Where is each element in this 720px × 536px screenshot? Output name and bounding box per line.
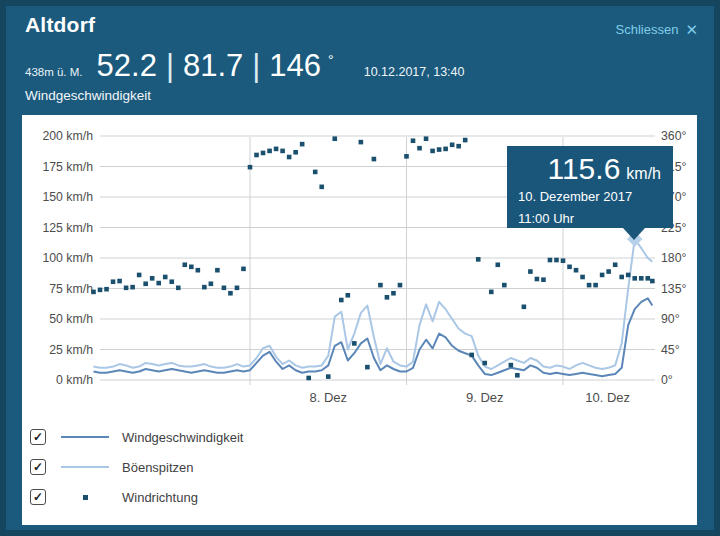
series-windrichtung-point[interactable] xyxy=(365,365,370,370)
series-windrichtung-point[interactable] xyxy=(535,277,540,282)
series-windrichtung-point[interactable] xyxy=(430,149,435,154)
series-windrichtung-point[interactable] xyxy=(502,283,507,288)
series-windrichtung-point[interactable] xyxy=(639,276,644,281)
series-windrichtung-point[interactable] xyxy=(645,276,650,281)
series-windrichtung-point[interactable] xyxy=(587,283,592,288)
series-windrichtung-point[interactable] xyxy=(91,290,96,295)
series-windrichtung-point[interactable] xyxy=(150,276,155,281)
series-windrichtung-point[interactable] xyxy=(287,155,292,160)
series-windrichtung-point[interactable] xyxy=(469,353,474,358)
series-windrichtung-point[interactable] xyxy=(632,276,637,281)
series-windrichtung-point[interactable] xyxy=(372,157,377,162)
series-windrichtung-point[interactable] xyxy=(202,285,207,290)
series-windrichtung-point[interactable] xyxy=(339,298,344,303)
checkbox-windrichtung[interactable]: ✓ xyxy=(30,489,46,505)
tooltip-pointer xyxy=(623,228,645,240)
checkbox-boeenspitzen[interactable]: ✓ xyxy=(30,459,46,475)
series-windrichtung-point[interactable] xyxy=(209,281,214,286)
checkbox-windgeschwindigkeit[interactable]: ✓ xyxy=(30,429,46,445)
series-windrichtung-point[interactable] xyxy=(176,286,181,291)
series-windrichtung-point[interactable] xyxy=(182,262,187,267)
series-windrichtung-point[interactable] xyxy=(261,151,266,156)
series-windrichtung-point[interactable] xyxy=(528,269,533,274)
series-windrichtung-point[interactable] xyxy=(117,279,122,284)
series-windrichtung-point[interactable] xyxy=(580,275,585,280)
series-windrichtung-point[interactable] xyxy=(411,138,416,143)
checkmark-icon: ✓ xyxy=(33,431,43,443)
series-windrichtung-point[interactable] xyxy=(404,154,409,159)
series-windrichtung-point[interactable] xyxy=(522,305,527,310)
series-windrichtung-point[interactable] xyxy=(626,273,631,278)
series-windrichtung-point[interactable] xyxy=(456,144,461,149)
series-windrichtung-point[interactable] xyxy=(567,265,572,270)
series-windrichtung-point[interactable] xyxy=(313,170,318,175)
series-windrichtung-point[interactable] xyxy=(600,273,605,278)
series-windrichtung-point[interactable] xyxy=(143,281,148,286)
tooltip-date: 10. Dezember 2017 xyxy=(518,189,661,204)
series-windrichtung-point[interactable] xyxy=(274,147,279,152)
series-windrichtung-point[interactable] xyxy=(509,363,514,368)
series-windrichtung-point[interactable] xyxy=(293,150,298,155)
series-windrichtung-point[interactable] xyxy=(254,153,259,158)
series-windrichtung-point[interactable] xyxy=(378,283,383,288)
series-windrichtung-point[interactable] xyxy=(124,286,129,291)
series-windrichtung-point[interactable] xyxy=(391,291,396,296)
series-windrichtung-point[interactable] xyxy=(548,258,553,263)
series-windrichtung-point[interactable] xyxy=(189,265,194,270)
current-values: 52.2|81.7|146° xyxy=(97,48,334,84)
series-windrichtung-point[interactable] xyxy=(619,275,624,280)
y-axis-left-tick-label: 0 km/h xyxy=(56,373,93,387)
series-windrichtung-point[interactable] xyxy=(417,146,422,151)
series-windrichtung-point[interactable] xyxy=(169,279,174,284)
series-windrichtung-point[interactable] xyxy=(437,147,442,152)
series-windrichtung-point[interactable] xyxy=(156,281,161,286)
series-windrichtung-point[interactable] xyxy=(450,143,455,148)
series-windrichtung-point[interactable] xyxy=(359,140,364,145)
series-windrichtung-point[interactable] xyxy=(215,268,220,273)
series-windrichtung-point[interactable] xyxy=(241,267,246,272)
series-windrichtung-point[interactable] xyxy=(424,136,429,141)
series-windrichtung-point[interactable] xyxy=(111,279,116,284)
series-windrichtung-point[interactable] xyxy=(574,268,579,273)
series-windrichtung-point[interactable] xyxy=(137,273,142,278)
series-windrichtung-point[interactable] xyxy=(130,285,135,290)
series-windrichtung-point[interactable] xyxy=(554,258,559,263)
series-windrichtung-point[interactable] xyxy=(267,149,272,154)
series-windrichtung-point[interactable] xyxy=(515,373,520,378)
legend-line-swatch-light xyxy=(61,466,109,468)
series-windrichtung-point[interactable] xyxy=(476,257,481,262)
series-windrichtung-point[interactable] xyxy=(613,262,618,267)
series-windrichtung-point[interactable] xyxy=(222,286,227,291)
series-windrichtung-point[interactable] xyxy=(346,293,351,298)
close-button[interactable]: Schliessen ✕ xyxy=(616,22,698,37)
checkmark-icon: ✓ xyxy=(33,461,43,473)
series-windrichtung-point[interactable] xyxy=(606,269,611,274)
series-windrichtung-point[interactable] xyxy=(352,341,357,346)
series-windrichtung-point[interactable] xyxy=(300,142,305,147)
series-windrichtung-point[interactable] xyxy=(319,185,324,190)
series-windrichtung-point[interactable] xyxy=(228,291,233,296)
series-windrichtung-point[interactable] xyxy=(248,165,253,170)
series-windrichtung-point[interactable] xyxy=(385,295,390,300)
series-windrichtung-point[interactable] xyxy=(398,283,403,288)
series-windrichtung-point[interactable] xyxy=(235,286,240,291)
series-windrichtung-point[interactable] xyxy=(163,275,168,280)
series-windrichtung-point[interactable] xyxy=(443,147,448,152)
series-windrichtung-point[interactable] xyxy=(463,138,468,143)
series-windrichtung-point[interactable] xyxy=(489,290,494,295)
series-windrichtung-point[interactable] xyxy=(332,136,337,141)
legend-label: Windrichtung xyxy=(122,490,198,505)
series-windrichtung-point[interactable] xyxy=(495,262,500,267)
y-axis-left-tick-label: 175 km/h xyxy=(42,160,93,174)
series-windrichtung-point[interactable] xyxy=(98,288,103,293)
series-windrichtung-point[interactable] xyxy=(593,283,598,288)
series-windrichtung-point[interactable] xyxy=(306,376,311,381)
series-windrichtung-point[interactable] xyxy=(280,149,285,154)
series-windrichtung-point[interactable] xyxy=(650,279,655,284)
series-windrichtung-point[interactable] xyxy=(561,258,566,263)
series-windrichtung-point[interactable] xyxy=(104,287,109,292)
series-windrichtung-point[interactable] xyxy=(196,268,201,273)
series-windrichtung-point[interactable] xyxy=(326,374,331,379)
series-windrichtung-point[interactable] xyxy=(482,361,487,366)
series-windrichtung-point[interactable] xyxy=(541,277,546,282)
